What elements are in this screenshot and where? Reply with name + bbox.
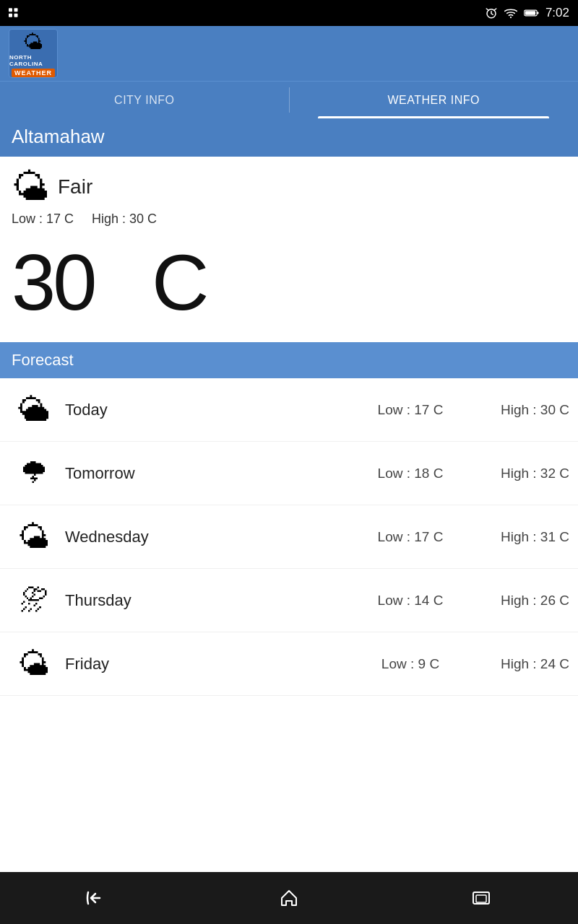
forecast-row-thursday: ⛈ Thursday Low : 14 C High : 26 C [0, 569, 578, 632]
main-content: Altamahaw 🌤 Fair Low : 17 C High : 30 C … [0, 118, 578, 872]
recents-button[interactable] [460, 884, 504, 912]
current-weather-icon: 🌤 [12, 168, 49, 206]
city-header: Altamahaw [0, 118, 578, 157]
weather-condition-row: 🌤 Fair [12, 168, 566, 206]
tab-weather-info[interactable]: WEATHER INFO [290, 82, 579, 118]
forecast-title: Forecast [12, 351, 74, 369]
forecast-icon-thursday: ⛈ [9, 584, 59, 616]
forecast-row-tomorrow: 🌩 Tomorrow Low : 18 C High : 32 C [0, 442, 578, 505]
svg-rect-0 [9, 8, 12, 12]
alarm-icon [485, 6, 498, 19]
high-temp: High : 30 C [92, 212, 157, 226]
bottom-nav [0, 872, 578, 924]
status-bar-left [9, 6, 23, 20]
forecast-low-thursday: Low : 14 C [353, 593, 468, 609]
app-header: 🌤 NORTH CAROLINA WEATHER [0, 26, 578, 81]
forecast-high-today: High : 30 C [468, 402, 569, 418]
forecast-header: Forecast [0, 342, 578, 378]
forecast-day-wednesday: Wednesday [59, 528, 353, 546]
city-name: Altamahaw [12, 126, 105, 147]
condition-text: Fair [58, 175, 92, 199]
forecast-day-friday: Friday [59, 655, 353, 674]
current-weather: 🌤 Fair Low : 17 C High : 30 C 30 C [0, 157, 578, 342]
forecast-row-today: 🌥 Today Low : 17 C High : 30 C [0, 378, 578, 442]
svg-rect-7 [537, 12, 538, 14]
status-bar: 7:02 [0, 0, 578, 26]
logo-icon: 🌤 [23, 30, 43, 54]
forecast-high-tomorrow: High : 32 C [468, 466, 569, 481]
forecast-high-wednesday: High : 31 C [468, 529, 569, 545]
forecast-low-wednesday: Low : 17 C [353, 529, 468, 545]
low-temp: Low : 17 C [12, 212, 74, 226]
forecast-icon-today: 🌥 [9, 392, 59, 428]
svg-rect-1 [14, 8, 18, 12]
big-temperature: 30 C [12, 235, 566, 336]
svg-point-5 [510, 17, 512, 18]
forecast-low-tomorrow: Low : 18 C [353, 466, 468, 481]
forecast-icon-friday: 🌤 [9, 646, 59, 682]
wifi-icon [504, 6, 518, 19]
logo-text-bottom: WEATHER [12, 69, 55, 77]
forecast-icon-tomorrow: 🌩 [9, 457, 59, 489]
back-button[interactable] [74, 884, 118, 912]
menu-icon [9, 6, 23, 20]
forecast-row-wednesday: 🌤 Wednesday Low : 17 C High : 31 C [0, 505, 578, 569]
svg-rect-10 [476, 895, 486, 902]
home-icon [279, 888, 299, 908]
svg-rect-8 [525, 11, 535, 15]
battery-icon [524, 8, 540, 18]
tab-city-info[interactable]: CITY INFO [0, 82, 289, 118]
home-button[interactable] [267, 884, 311, 912]
forecast-day-thursday: Thursday [59, 591, 353, 610]
status-bar-right: 7:02 [485, 6, 569, 20]
recents-icon [472, 889, 492, 907]
forecast-day-tomorrow: Tomorrow [59, 464, 353, 483]
tabs: CITY INFO WEATHER INFO [0, 81, 578, 118]
forecast-list: 🌥 Today Low : 17 C High : 30 C 🌩 Tomorro… [0, 378, 578, 696]
forecast-high-friday: High : 24 C [468, 656, 569, 672]
forecast-low-today: Low : 17 C [353, 402, 468, 418]
forecast-row-friday: 🌤 Friday Low : 9 C High : 24 C [0, 632, 578, 696]
logo-text-top: NORTH CAROLINA [9, 54, 57, 67]
forecast-high-thursday: High : 26 C [468, 593, 569, 609]
app-logo: 🌤 NORTH CAROLINA WEATHER [9, 29, 58, 78]
forecast-low-friday: Low : 9 C [353, 656, 468, 672]
forecast-day-today: Today [59, 401, 353, 419]
svg-rect-3 [14, 14, 18, 17]
time-display: 7:02 [545, 6, 569, 20]
forecast-icon-wednesday: 🌤 [9, 519, 59, 555]
svg-rect-2 [9, 14, 12, 17]
temp-range: Low : 17 C High : 30 C [12, 212, 566, 227]
back-icon [85, 889, 107, 907]
